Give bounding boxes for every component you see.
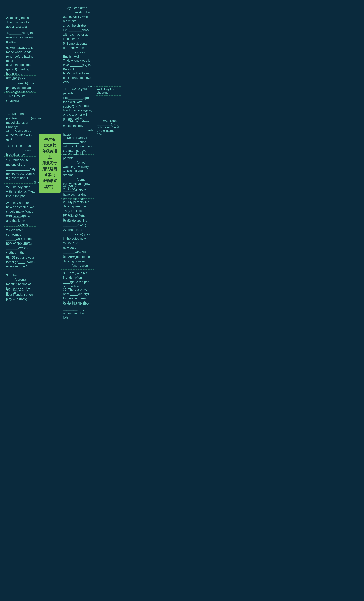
card-q2: 2.Reading helps Julia (know) a lot about… [4,14,37,30]
card-q1: 1. My friend often _______(watch) ball g… [61,4,94,25]
page-container: 2.Reading helps Julia (know) a lot about… [0,0,364,601]
card-q38: 36. They are my best friends. I often pl… [4,287,37,303]
card-q34: 32. Do you and your father go____(swim) … [4,254,37,270]
card-q4: 4._______(read) the new words after me, … [4,29,37,45]
answer-q11: ---No,they like shopping. [95,86,121,96]
card-q12: ---No,they like shopping. [4,92,37,104]
center-title: 牛津版2018七年级英语上 册复习专用试题附答案（ 正确形式填空） [39,134,61,192]
card-q39: 37. Not all parents ________(true) under… [61,301,94,321]
card-q16: 15. --- Can you go out to fly kites with… [4,127,37,143]
card-q24: 22. The boy often with his friends (fly)… [4,183,37,200]
card-q18: 16. It's time for us _________(have) bre… [4,142,37,159]
card-q33: 31. Ann goes to the dancing lessons ____… [61,253,94,269]
card-q3: 3. Do the children like _______(chat) wi… [61,22,94,43]
answer-q15: --- Sorry, I can't. I _________(chat) wi… [95,118,123,137]
